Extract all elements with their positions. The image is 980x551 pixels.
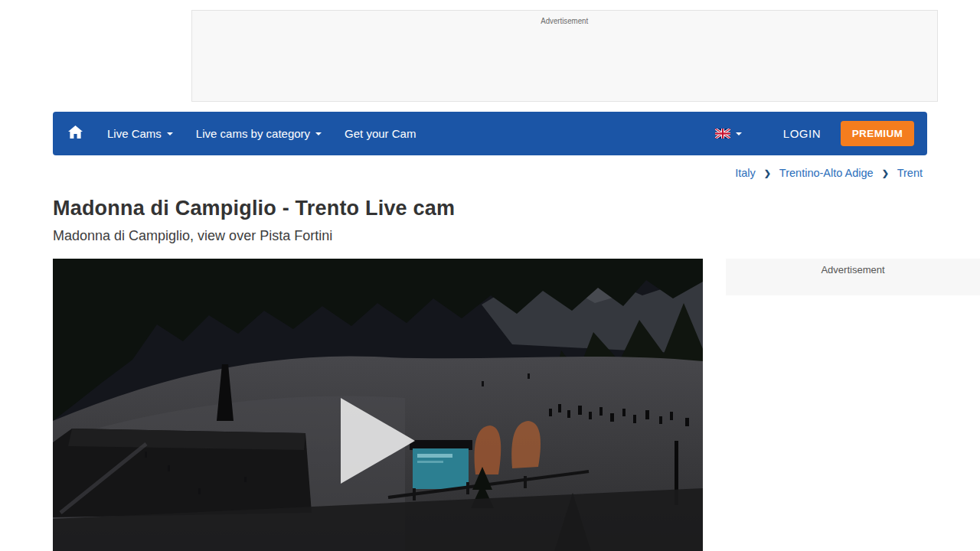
login-button[interactable]: LOGIN xyxy=(753,127,839,140)
chevron-down-icon xyxy=(315,132,322,135)
page-subtitle: Madonna di Campiglio, view over Pista Fo… xyxy=(53,228,332,244)
nav-item-label: Live cams by category xyxy=(196,127,310,140)
home-button[interactable] xyxy=(53,126,96,142)
top-ad-banner: Advertisement xyxy=(191,10,938,102)
nav-item-label: Live Cams xyxy=(107,127,162,140)
side-ad-banner: Advertisement xyxy=(726,259,980,295)
breadcrumb-link-trent[interactable]: Trent xyxy=(897,167,923,179)
ad-label: Advertisement xyxy=(821,264,884,276)
page-title: Madonna di Campiglio - Trento Live cam xyxy=(53,197,455,220)
breadcrumb: Italy ❯ Trentino-Alto Adige ❯ Trent xyxy=(735,167,923,179)
chevron-right-icon: ❯ xyxy=(764,168,771,178)
main-navbar: Live Cams Live cams by category Get your… xyxy=(53,112,927,155)
navbar-right-group: LOGIN PREMIUM xyxy=(704,121,927,146)
ad-label: Advertisement xyxy=(541,16,589,25)
live-cam-player[interactable] xyxy=(53,259,703,551)
breadcrumb-link-italy[interactable]: Italy xyxy=(735,167,756,179)
chevron-down-icon xyxy=(736,132,742,135)
nav-item-live-cams-by-category[interactable]: Live cams by category xyxy=(185,127,333,140)
nav-item-get-your-cam[interactable]: Get your Cam xyxy=(333,127,427,140)
nav-item-live-cams[interactable]: Live Cams xyxy=(96,127,185,140)
language-selector[interactable] xyxy=(704,129,753,139)
play-icon[interactable] xyxy=(341,398,415,484)
premium-button[interactable]: PREMIUM xyxy=(841,121,914,146)
page: Advertisement Live Cams Live cams by cat… xyxy=(0,0,980,551)
uk-flag-icon xyxy=(715,129,730,139)
chevron-down-icon xyxy=(167,132,173,135)
home-icon xyxy=(68,126,83,142)
breadcrumb-link-trentino-alto-adige[interactable]: Trentino-Alto Adige xyxy=(779,167,874,179)
chevron-right-icon: ❯ xyxy=(882,168,889,178)
nav-item-label: Get your Cam xyxy=(345,127,416,140)
